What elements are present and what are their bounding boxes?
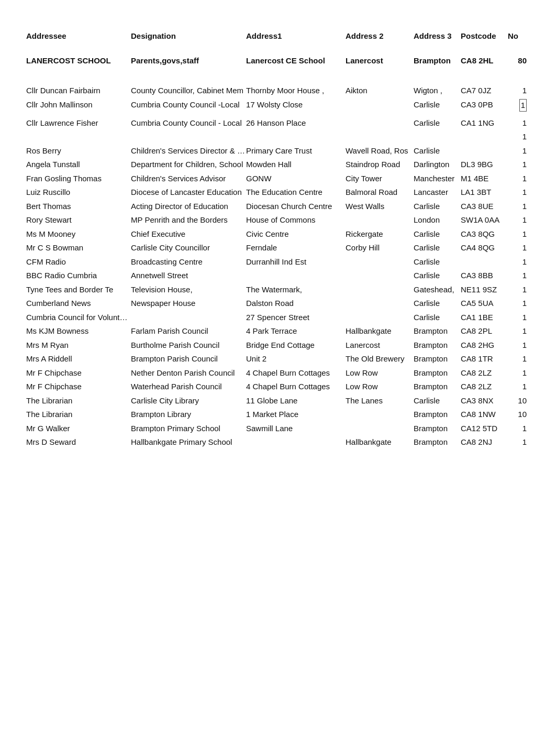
cell-address2: City Tower bbox=[346, 173, 414, 185]
cell-address1: 4 Chapel Burn Cottages bbox=[246, 381, 346, 393]
table-row: Angela TunstallDepartment for Children, … bbox=[26, 159, 508, 171]
cell-designation: Carlisle City Library bbox=[131, 395, 246, 407]
cell-designation: Annetwell Street bbox=[131, 270, 246, 282]
cell-addressee: Fran Gosling Thomas bbox=[26, 173, 131, 185]
table-row: 1 bbox=[26, 131, 508, 143]
col-address2: Address 2 bbox=[346, 31, 414, 40]
cell-postcode: CA7 0JZ bbox=[461, 85, 508, 97]
table-row: Bert ThomasActing Director of EducationD… bbox=[26, 201, 508, 213]
cell-addressee: Mr F Chipchase bbox=[26, 381, 131, 393]
table-row: Ms KJM BownessFarlam Parish Council4 Par… bbox=[26, 325, 508, 337]
cell-designation: Cumbria County Council -Local bbox=[131, 99, 246, 111]
cell-designation: Television House, bbox=[131, 284, 246, 296]
cell-address1: Durranhill Ind Est bbox=[246, 256, 346, 268]
cell-address3: Brampton bbox=[414, 423, 461, 435]
table-row: Mrs M RyanBurtholme Parish CouncilBridge… bbox=[26, 339, 508, 352]
cell-designation: Hallbankgate Primary School bbox=[131, 436, 246, 448]
cell-postcode: CA8 2NJ bbox=[461, 436, 508, 448]
cell-no: 1 bbox=[508, 228, 529, 240]
cell-address1: Bridge End Cottage bbox=[246, 339, 346, 352]
cell-no: 1 bbox=[508, 117, 529, 129]
cell-no: 1 bbox=[508, 131, 529, 143]
cell-no: 1 bbox=[508, 187, 529, 199]
cell-addressee: Ms M Mooney bbox=[26, 228, 131, 240]
cell-addressee: Mrs A Riddell bbox=[26, 353, 131, 365]
cell-addressee: Ros Berry bbox=[26, 145, 131, 157]
cell-no: 1 bbox=[508, 325, 529, 337]
cell-address3: Carlisle bbox=[414, 99, 461, 111]
cell-no: 1 bbox=[508, 367, 529, 379]
cell-no: 1 bbox=[508, 99, 529, 115]
cell-no: 1 bbox=[508, 159, 529, 171]
cell-no: 10 bbox=[508, 409, 529, 421]
cell-no: 1 bbox=[508, 256, 529, 268]
table-row: Rory StewartMP Penrith and the BordersHo… bbox=[26, 214, 508, 226]
cell-postcode: CA4 8QG bbox=[461, 242, 508, 254]
cell-designation: Waterhead Parish Council bbox=[131, 381, 246, 393]
cell-addressee: Angela Tunstall bbox=[26, 159, 131, 171]
cell-address3: Brampton bbox=[414, 339, 461, 352]
table-row: Cllr Duncan FairbairnCounty Councillor, … bbox=[26, 85, 508, 97]
cell-designation: MP Penrith and the Borders bbox=[131, 214, 246, 226]
section-address2: Lanercost bbox=[346, 56, 414, 65]
cell-address2: Rickergate bbox=[346, 228, 414, 240]
cell-address2: Corby Hill bbox=[346, 242, 414, 254]
cell-no: 1 bbox=[508, 312, 529, 324]
section-header-row: LANERCOST SCHOOL Parents,govs,staff Lane… bbox=[26, 56, 508, 65]
cell-designation: Newspaper House bbox=[131, 298, 246, 310]
cell-postcode: CA3 8QG bbox=[461, 228, 508, 240]
col-no: No bbox=[508, 31, 529, 40]
table-header: Addressee Designation Address1 Address 2… bbox=[26, 31, 508, 46]
cell-postcode: DL3 9BG bbox=[461, 159, 508, 171]
cell-address3: Brampton bbox=[414, 436, 461, 448]
cell-address2: Balmoral Road bbox=[346, 187, 414, 199]
table-row: The LibrarianCarlisle City Library11 Glo… bbox=[26, 395, 508, 407]
cell-designation: Cumbria County Council - Local bbox=[131, 117, 246, 129]
cell-address1: Primary Care Trust bbox=[246, 145, 346, 157]
cell-address1: Dalston Road bbox=[246, 298, 346, 310]
cell-designation: Nether Denton Parish Council bbox=[131, 367, 246, 379]
section-no: 80 bbox=[508, 56, 529, 65]
cell-postcode: CA8 2LZ bbox=[461, 367, 508, 379]
cell-address1: Diocesan Church Centre bbox=[246, 201, 346, 213]
table-row: Cllr Lawrence FisherCumbria County Counc… bbox=[26, 117, 508, 129]
col-postcode: Postcode bbox=[461, 31, 508, 40]
cell-address1: Mowden Hall bbox=[246, 159, 346, 171]
cell-no: 10 bbox=[508, 395, 529, 407]
table-row: Cumberland NewsNewspaper HouseDalston Ro… bbox=[26, 298, 508, 310]
highlight-badge: 1 bbox=[519, 99, 527, 112]
cell-address3: Brampton bbox=[414, 367, 461, 379]
cell-no: 1 bbox=[508, 85, 529, 97]
cell-postcode: CA5 5UA bbox=[461, 298, 508, 310]
cell-no: 1 bbox=[508, 214, 529, 226]
table-row: Cllr John MallinsonCumbria County Counci… bbox=[26, 99, 508, 115]
cell-postcode: CA3 0PB bbox=[461, 99, 508, 111]
cell-addressee: Mrs M Ryan bbox=[26, 339, 131, 352]
cell-address1: Unit 2 bbox=[246, 353, 346, 365]
cell-no: 1 bbox=[508, 284, 529, 296]
section-addressee: LANERCOST SCHOOL bbox=[26, 56, 131, 65]
cell-address3: Carlisle bbox=[414, 312, 461, 324]
table-row: Mrs A RiddellBrampton Parish CouncilUnit… bbox=[26, 353, 508, 365]
table-row: Mr F ChipchaseWaterhead Parish Council4 … bbox=[26, 381, 508, 393]
table-row: Ms M MooneyChief ExecutiveCivic CentreRi… bbox=[26, 228, 508, 240]
cell-address2: The Lanes bbox=[346, 395, 414, 407]
table-row: BBC Radio CumbriaAnnetwell StreetCarlisl… bbox=[26, 270, 508, 282]
table-row: Mr F ChipchaseNether Denton Parish Counc… bbox=[26, 367, 508, 379]
cell-address3: Carlisle bbox=[414, 201, 461, 213]
cell-address3: Carlisle bbox=[414, 256, 461, 268]
cell-designation: Children's Services Advisor bbox=[131, 173, 246, 185]
cell-addressee: CFM Radio bbox=[26, 256, 131, 268]
cell-postcode: CA8 2HG bbox=[461, 339, 508, 352]
table-row: Mrs D SewardHallbankgate Primary SchoolH… bbox=[26, 436, 508, 448]
cell-postcode: CA12 5TD bbox=[461, 423, 508, 435]
cell-address3: Manchester bbox=[414, 173, 461, 185]
cell-address2: The Old Brewery bbox=[346, 353, 414, 365]
cell-address1: 1 Market Place bbox=[246, 409, 346, 421]
cell-postcode: CA8 2LZ bbox=[461, 381, 508, 393]
cell-address1: Thornby Moor House , bbox=[246, 85, 346, 97]
cell-address1: The Education Centre bbox=[246, 187, 346, 199]
cell-addressee: Bert Thomas bbox=[26, 201, 131, 213]
cell-address2: Hallbankgate bbox=[346, 436, 414, 448]
cell-designation: Children's Services Director & Ch bbox=[131, 145, 246, 157]
